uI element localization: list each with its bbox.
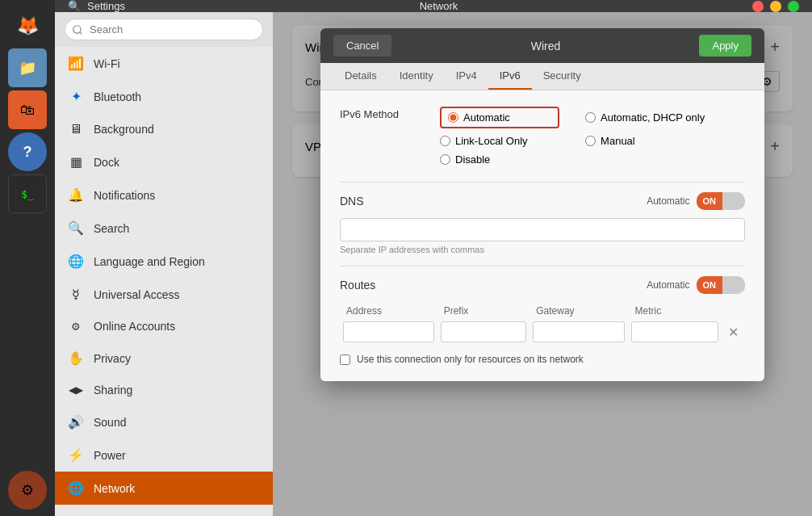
sidebar-item-label: Sound xyxy=(94,416,126,429)
radio-manual[interactable]: Manual xyxy=(585,135,705,147)
sidebar-item-sharing[interactable]: ◀▶ Sharing xyxy=(55,375,273,405)
search-icon[interactable]: 🔍 xyxy=(68,0,81,12)
radio-link-local[interactable]: Link-Local Only xyxy=(440,135,559,147)
ipv6-method-label: IPv6 Method xyxy=(340,107,421,120)
topbar: 🔍 Settings Network xyxy=(55,0,812,12)
sidebar-item-online-accounts[interactable]: ⚙ Online Accounts xyxy=(55,311,273,342)
dialog-overlay: Cancel Wired Apply Details Identity IPv4… xyxy=(273,12,812,516)
tab-identity[interactable]: Identity xyxy=(388,63,445,90)
radio-disable[interactable]: Disable xyxy=(440,153,559,166)
sidebar-item-devices[interactable]: 🖨 Devices › xyxy=(55,505,273,516)
privacy-icon: ✋ xyxy=(68,350,84,366)
sidebar-item-dock[interactable]: ▦ Dock xyxy=(55,145,273,178)
tab-ipv6[interactable]: IPv6 xyxy=(488,63,532,90)
checkbox-row: Use this connection only for resources o… xyxy=(340,354,745,365)
sidebar-item-search[interactable]: 🔍 Search xyxy=(55,212,273,245)
sidebar-search-container xyxy=(55,12,273,47)
sharing-icon: ◀▶ xyxy=(68,384,84,396)
dialog-tabs: Details Identity IPv4 IPv6 Security xyxy=(320,63,764,90)
dock-icon: ▦ xyxy=(68,154,84,170)
routes-toggle[interactable]: ON xyxy=(697,276,746,294)
dns-toggle[interactable]: ON xyxy=(697,192,746,210)
radio-dhcp-input[interactable] xyxy=(585,112,596,123)
dns-toggle-group: Automatic ON xyxy=(647,192,745,210)
dns-input[interactable] xyxy=(340,218,745,241)
maximize-button[interactable] xyxy=(788,1,799,12)
dns-toggle-on: ON xyxy=(697,192,723,210)
minimize-button[interactable] xyxy=(770,1,781,12)
tab-security[interactable]: Security xyxy=(532,63,592,90)
help-icon[interactable]: ? xyxy=(8,132,47,171)
delete-route-button[interactable]: ✕ xyxy=(725,325,742,340)
settings-icon[interactable]: ⚙ xyxy=(8,471,47,510)
apply-button[interactable]: Apply xyxy=(699,35,751,57)
routes-divider xyxy=(340,266,745,266)
main-area: 🔍 Settings Network 📶 Wi-Fi ✦ Bluetooth xyxy=(55,0,812,516)
col-prefix: Prefix xyxy=(437,302,530,320)
connection-only-label[interactable]: Use this connection only for resources o… xyxy=(357,354,584,365)
dns-auto-label: Automatic xyxy=(647,195,689,207)
radio-manual-input[interactable] xyxy=(585,136,596,146)
firefox-icon[interactable]: 🦊 xyxy=(8,6,47,45)
sidebar-item-network[interactable]: 🌐 Network xyxy=(55,472,273,505)
routes-toggle-on: ON xyxy=(697,276,723,294)
notifications-icon: 🔔 xyxy=(68,187,84,203)
sidebar-item-bluetooth[interactable]: ✦ Bluetooth xyxy=(55,80,273,113)
close-button[interactable] xyxy=(752,1,764,12)
sidebar-item-universal-access[interactable]: ☿ Universal Access xyxy=(55,278,273,311)
col-action xyxy=(722,302,745,320)
software-center-icon[interactable]: 🛍 xyxy=(8,90,47,129)
sidebar-item-sound[interactable]: 🔊 Sound xyxy=(55,405,273,438)
sidebar-item-label: Online Accounts xyxy=(94,320,175,333)
dns-title: DNS xyxy=(340,195,364,208)
sidebar-item-label: Language and Region xyxy=(94,255,205,268)
ipv6-method-row: IPv6 Method Automatic Automatic, DHCP on… xyxy=(340,107,745,166)
routes-auto-label: Automatic xyxy=(647,279,689,291)
sidebar-item-label: Notifications xyxy=(94,189,155,202)
routes-table: Address Prefix Gateway Metric xyxy=(340,302,745,344)
sidebar-item-label: Power xyxy=(94,449,126,462)
connection-only-checkbox[interactable] xyxy=(340,354,350,365)
radio-disable-input[interactable] xyxy=(440,154,450,165)
tab-ipv4[interactable]: IPv4 xyxy=(445,63,488,90)
content-area: Wired + Connected ON ⚙ xyxy=(273,12,812,516)
settings-layout: 📶 Wi-Fi ✦ Bluetooth 🖥 Background ▦ Dock … xyxy=(55,12,812,516)
search-nav-icon: 🔍 xyxy=(68,220,84,236)
sidebar-item-notifications[interactable]: 🔔 Notifications xyxy=(55,178,273,212)
radio-automatic-dhcp[interactable]: Automatic, DHCP only xyxy=(585,107,705,128)
col-metric: Metric xyxy=(628,302,721,320)
ipv6-method-options: Automatic Automatic, DHCP only Link-Loca… xyxy=(440,107,705,166)
dialog-body: IPv6 Method Automatic Automatic, DHCP on… xyxy=(320,90,764,381)
radio-automatic[interactable]: Automatic xyxy=(440,107,559,128)
route-address-input[interactable] xyxy=(343,321,434,342)
sidebar-item-label: Wi-Fi xyxy=(94,57,120,70)
dns-divider xyxy=(340,182,745,182)
sidebar-item-label: Dock xyxy=(94,156,119,169)
sidebar-item-language[interactable]: 🌐 Language and Region xyxy=(55,245,273,278)
window-title: Settings xyxy=(87,0,125,12)
sidebar-item-background[interactable]: 🖥 Background xyxy=(55,113,273,145)
sidebar-item-power[interactable]: ⚡ Power xyxy=(55,438,273,472)
routes-header: Routes Automatic ON xyxy=(340,276,745,294)
table-row: ✕ xyxy=(340,320,745,344)
dialog-titlebar: Cancel Wired Apply xyxy=(320,28,764,63)
sidebar-search-input[interactable] xyxy=(65,19,263,40)
route-prefix-input[interactable] xyxy=(441,321,527,342)
route-metric-input[interactable] xyxy=(631,321,718,342)
sidebar: 📶 Wi-Fi ✦ Bluetooth 🖥 Background ▦ Dock … xyxy=(55,12,273,516)
online-accounts-icon: ⚙ xyxy=(68,321,84,333)
radio-automatic-input[interactable] xyxy=(448,112,458,123)
route-gateway-input[interactable] xyxy=(533,321,625,342)
cancel-button[interactable]: Cancel xyxy=(333,35,391,57)
background-icon: 🖥 xyxy=(68,122,84,136)
radio-link-local-input[interactable] xyxy=(440,136,450,146)
sidebar-item-privacy[interactable]: ✋ Privacy xyxy=(55,342,273,375)
sidebar-item-label: Bluetooth xyxy=(94,90,141,103)
sidebar-item-wifi[interactable]: 📶 Wi-Fi xyxy=(55,47,273,80)
dns-toggle-knob xyxy=(722,192,745,210)
tab-details[interactable]: Details xyxy=(333,63,388,90)
terminal-icon[interactable]: $_ xyxy=(8,174,47,213)
wired-dialog: Cancel Wired Apply Details Identity IPv4… xyxy=(320,28,764,381)
network-icon: 🌐 xyxy=(68,480,84,496)
files-icon[interactable]: 📁 xyxy=(8,48,47,87)
